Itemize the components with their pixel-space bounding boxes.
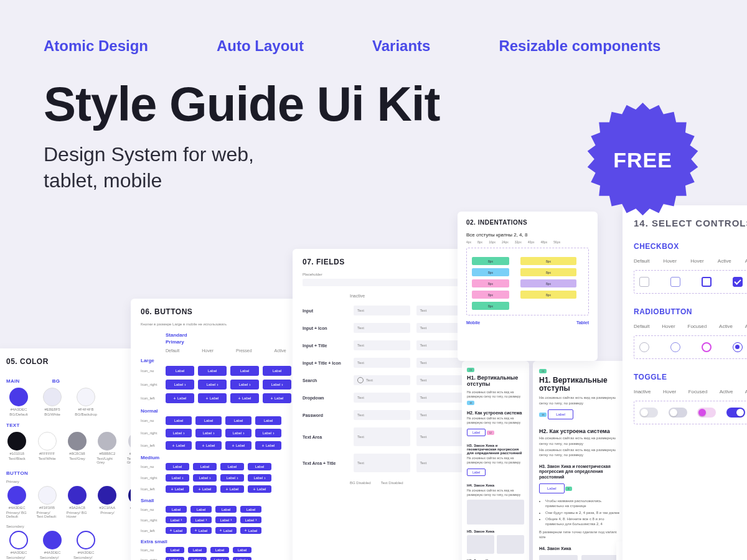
button-chip[interactable]: Label xyxy=(215,506,237,513)
button-chip[interactable]: Label › xyxy=(210,557,229,560)
button-chip[interactable]: + Label xyxy=(193,485,217,493)
checkbox-focused[interactable] xyxy=(702,277,712,287)
button-chip[interactable]: Label › xyxy=(240,516,261,523)
button-row: Icon_noLabelLabelLabelLabel xyxy=(141,547,308,553)
field-input[interactable]: Text xyxy=(354,393,410,403)
button-chip[interactable]: Label xyxy=(166,463,189,470)
art-button[interactable]: Label xyxy=(467,429,486,436)
field-input[interactable]: Text xyxy=(354,427,410,446)
button-chip[interactable]: Label › xyxy=(220,474,244,482)
button-chip[interactable]: + Label xyxy=(263,393,291,403)
button-chip[interactable]: + Label xyxy=(190,527,212,534)
field-row: DropdownTextText xyxy=(303,393,472,403)
field-input[interactable]: Text xyxy=(354,340,410,350)
button-chip[interactable]: Label xyxy=(210,547,229,553)
indent-bar: 8px xyxy=(520,268,576,276)
button-chip[interactable]: Label xyxy=(220,463,244,470)
button-row-label: Icon_no xyxy=(141,419,162,422)
swatch: #E8E8F5BG/White xyxy=(40,388,65,416)
button-chip[interactable]: Label › xyxy=(230,380,259,390)
button-chip[interactable]: + Label xyxy=(255,441,281,450)
radio-states-header: DefaultHoverFocusedActiveActive/Disabled xyxy=(634,324,747,329)
button-chip[interactable]: Label › xyxy=(166,516,187,523)
button-chip[interactable]: Label xyxy=(255,416,281,425)
radio-hover[interactable] xyxy=(670,342,680,352)
toggle-hover[interactable] xyxy=(669,408,687,418)
button-row: Icon_left+ Label+ Label+ Label+ Label xyxy=(141,527,308,534)
button-chip[interactable]: Label xyxy=(166,366,194,376)
button-chip[interactable]: Label xyxy=(198,366,227,376)
toggle-inactive[interactable] xyxy=(639,408,658,418)
toggle-focused[interactable] xyxy=(697,408,716,418)
button-chip[interactable]: Label xyxy=(230,366,259,376)
button-chip[interactable]: Label › xyxy=(215,516,237,523)
section-text: TEXT xyxy=(6,422,148,428)
button-chip[interactable]: Label › xyxy=(166,380,194,390)
radio-active[interactable] xyxy=(733,342,743,352)
swatch: #4A3DECBG/Default xyxy=(6,388,31,416)
art-button[interactable]: Label xyxy=(539,483,565,493)
button-chip[interactable]: Label xyxy=(166,506,187,513)
button-chip[interactable]: Label xyxy=(166,547,184,553)
toggle-active[interactable] xyxy=(726,408,745,418)
tag-atomic: Atomic Design xyxy=(44,37,148,55)
button-chip[interactable]: Label xyxy=(248,463,271,470)
button-chip[interactable]: Label › xyxy=(166,429,192,437)
section-toggle: TOGGLE xyxy=(634,373,747,381)
button-chip[interactable]: Label › xyxy=(248,474,271,482)
field-input[interactable]: Text xyxy=(354,410,410,420)
art-button[interactable]: Label xyxy=(467,469,486,476)
button-chip[interactable]: Label › xyxy=(166,557,184,560)
button-chip[interactable]: Label xyxy=(233,547,251,553)
button-chip[interactable]: + Label xyxy=(166,485,189,493)
field-input[interactable]: Text xyxy=(354,454,410,472)
radio-default[interactable] xyxy=(639,342,649,352)
button-chip[interactable]: + Label xyxy=(240,527,261,534)
button-chip[interactable]: Label xyxy=(193,463,217,470)
field-input[interactable]: Text xyxy=(354,306,410,315)
checkbox-row xyxy=(634,270,747,294)
button-chip[interactable]: Label xyxy=(225,416,251,425)
art-list-item: Чтобы названия расположились правильно н… xyxy=(545,498,620,509)
button-chip[interactable]: Label xyxy=(263,366,291,376)
button-chip[interactable]: Label xyxy=(188,547,207,553)
button-chip[interactable]: Label › xyxy=(263,380,291,390)
button-chip[interactable]: Label › xyxy=(255,429,281,437)
button-chip[interactable]: + Label xyxy=(195,441,222,450)
checkbox-active[interactable] xyxy=(733,277,743,287)
button-chip[interactable]: + Label xyxy=(215,527,237,534)
button-chip[interactable]: + Label xyxy=(166,441,192,450)
button-chip[interactable]: + Label xyxy=(166,527,187,534)
button-chip[interactable]: Label xyxy=(195,416,222,425)
button-chip[interactable]: + Label xyxy=(230,393,259,403)
checkbox-default[interactable] xyxy=(639,277,649,287)
field-input[interactable]: Text xyxy=(354,375,410,385)
button-chip[interactable]: + Label xyxy=(225,441,251,450)
button-row-label: Icon_right xyxy=(141,431,162,435)
field-input[interactable]: Text xyxy=(354,358,410,368)
button-chip[interactable]: + Label xyxy=(220,485,244,493)
button-chip[interactable]: Label xyxy=(166,416,192,425)
button-chip[interactable]: Label › xyxy=(195,429,222,437)
button-chip[interactable]: Label › xyxy=(233,557,251,560)
button-chip[interactable]: + Label xyxy=(248,485,271,493)
button-chip[interactable]: Label › xyxy=(225,429,251,437)
free-badge-text: FREE xyxy=(613,148,672,172)
button-row-label: Icon_no xyxy=(141,508,162,511)
cards-layer: 05. COLOR MAIN BG #4A3DECBG/Default #E8E… xyxy=(0,243,747,560)
button-chip[interactable]: Label xyxy=(240,506,261,513)
button-chip[interactable]: Label › xyxy=(193,474,217,482)
field-row-label: Input + Title xyxy=(303,343,347,348)
button-chip[interactable]: Label › xyxy=(166,474,189,482)
art-button[interactable]: Label xyxy=(548,409,573,419)
radio-focused[interactable] xyxy=(702,342,712,352)
button-chip[interactable]: Label › xyxy=(188,557,207,560)
field-input[interactable]: Text xyxy=(354,323,410,333)
button-chip[interactable]: Label xyxy=(190,506,212,513)
button-chip[interactable]: + Label xyxy=(166,393,194,403)
button-chip[interactable]: Label › xyxy=(190,516,212,523)
button-chip[interactable]: + Label xyxy=(198,393,227,403)
checkbox-hover[interactable] xyxy=(670,277,680,287)
button-chip[interactable]: Label › xyxy=(198,380,227,390)
card-buttons: 06. BUTTONS Кнопки в размере Large в mob… xyxy=(131,299,317,560)
